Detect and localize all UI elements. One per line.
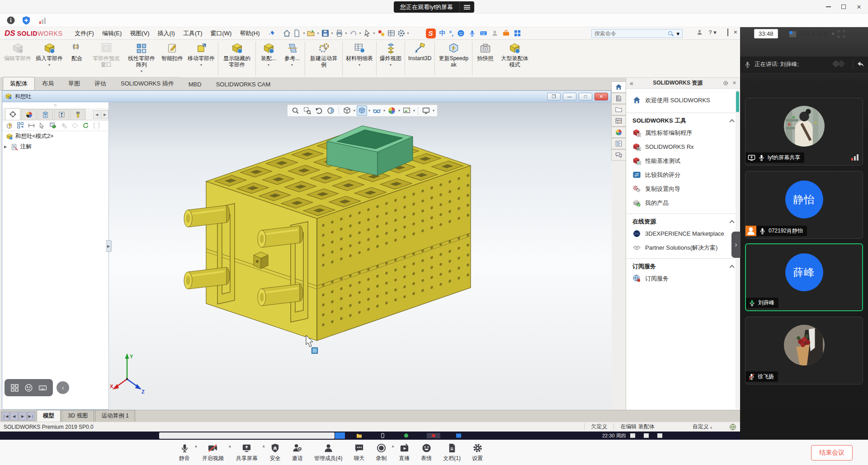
tab-file-explorer[interactable] bbox=[611, 104, 626, 115]
chat-button[interactable]: 聊天 bbox=[354, 443, 364, 462]
insert-component-button[interactable]: 插入零部件▾ bbox=[33, 40, 65, 77]
settings-button[interactable]: 设置 bbox=[472, 443, 483, 462]
sw-close-icon[interactable]: × bbox=[734, 28, 737, 36]
select-arrow-icon[interactable] bbox=[38, 122, 46, 129]
manage-members-button[interactable]: 管理成员(4) bbox=[314, 443, 343, 462]
reactions-button[interactable]: 表情 bbox=[421, 443, 432, 462]
apps-grid-icon[interactable] bbox=[514, 29, 521, 37]
keyboard-icon[interactable] bbox=[480, 29, 487, 37]
menu-help[interactable]: 帮助(H) bbox=[236, 29, 264, 38]
close-button[interactable]: ✕ bbox=[854, 2, 864, 11]
ime-collapse-icon[interactable]: ‹ bbox=[57, 381, 69, 394]
back-arrow-icon[interactable] bbox=[856, 61, 864, 68]
item-3dexperience-marketplace[interactable]: 3DEXPERIENCE Marketplace bbox=[626, 227, 740, 241]
taskbar-app-icon[interactable] bbox=[456, 433, 462, 438]
item-subscription-services[interactable]: 订阅服务 bbox=[626, 271, 740, 285]
propertymanager-tab[interactable] bbox=[38, 109, 53, 120]
large-assembly-mode-button[interactable]: 大型装配体模式 bbox=[497, 40, 532, 77]
brackets-icon[interactable] bbox=[93, 122, 100, 129]
gear-icon[interactable] bbox=[722, 80, 729, 86]
view-settings-icon[interactable] bbox=[421, 105, 431, 116]
tab-model[interactable]: 模型 bbox=[37, 410, 61, 422]
item-partner-solutions[interactable]: Partner Solutions(解决方案) bbox=[626, 241, 740, 255]
edit-appearance-icon[interactable] bbox=[387, 105, 397, 116]
participant-tile-jingyi[interactable]: 静怡 072192肖静怡 bbox=[745, 171, 863, 239]
minimize-button[interactable] bbox=[823, 2, 834, 11]
pin-icon[interactable] bbox=[268, 30, 275, 37]
tray-icon[interactable] bbox=[644, 433, 649, 438]
add-display-state-icon[interactable] bbox=[60, 122, 68, 129]
tab-forum[interactable] bbox=[611, 149, 626, 161]
refresh-icon[interactable] bbox=[82, 122, 90, 129]
instant3d-button[interactable]: Instant3D bbox=[406, 40, 434, 77]
tab-mbd[interactable]: MBD bbox=[181, 78, 209, 90]
sogou-logo-icon[interactable]: S bbox=[426, 28, 436, 38]
menu-tools[interactable]: 工具(T) bbox=[179, 29, 207, 38]
security-button[interactable]: 安全 bbox=[270, 443, 281, 462]
pin-pane-icon[interactable]: ✕ bbox=[732, 80, 736, 86]
ime-keyboard-icon[interactable] bbox=[38, 384, 47, 392]
fullscreen-icon[interactable] bbox=[837, 30, 845, 38]
hide-show-items-icon[interactable] bbox=[372, 105, 382, 116]
tab-addins[interactable]: SOLIDWORKS 插件 bbox=[113, 77, 181, 90]
tab-motion-study[interactable]: 运动算例 1 bbox=[95, 410, 135, 422]
ime-grid-icon[interactable] bbox=[10, 384, 19, 392]
featuremanager-tab[interactable] bbox=[5, 108, 20, 120]
dimension-filter-icon[interactable] bbox=[28, 122, 35, 129]
taskbar-clock[interactable]: 22:30 周四 bbox=[602, 432, 626, 439]
end-meeting-button[interactable]: 结束会议 bbox=[811, 445, 853, 460]
dimxpertmanager-tab[interactable] bbox=[70, 109, 85, 120]
tab-layout[interactable]: 布局 bbox=[35, 77, 61, 90]
assembly-features-button[interactable]: 装配...▾ bbox=[257, 40, 280, 77]
zoom-area-icon[interactable] bbox=[302, 105, 312, 116]
smart-fasteners-button[interactable]: 智能扣件 bbox=[159, 40, 185, 77]
sw-restore-icon[interactable] bbox=[727, 29, 728, 36]
menu-edit[interactable]: 编辑(E) bbox=[98, 29, 126, 38]
taskbar-wechat-icon[interactable] bbox=[403, 433, 409, 438]
previous-view-icon[interactable] bbox=[314, 105, 324, 116]
item-performance-benchmark[interactable]: 性能基准测试 bbox=[626, 154, 740, 168]
item-solidworks-rx[interactable]: SOLIDWORKS Rx bbox=[626, 140, 740, 154]
status-globe-icon[interactable] bbox=[729, 423, 736, 431]
meeting-info-icon[interactable] bbox=[6, 16, 15, 25]
taskbar-phone-icon[interactable] bbox=[380, 433, 386, 438]
welcome-item[interactable]: 欢迎使用 SOLIDWORKS bbox=[626, 89, 740, 109]
mute-options-icon[interactable]: ▲ bbox=[194, 440, 198, 448]
documents-button[interactable]: 文档(1) bbox=[443, 443, 461, 462]
exploded-view-button[interactable]: 爆炸视图▾ bbox=[377, 40, 404, 77]
menu-window[interactable]: 窗口(W) bbox=[206, 29, 236, 38]
search-icon[interactable] bbox=[668, 31, 674, 37]
item-property-tab-builder[interactable]: 属性标签编制程序 bbox=[626, 126, 740, 140]
mute-button[interactable]: 静音 bbox=[179, 443, 190, 462]
options-gear-icon[interactable] bbox=[397, 29, 406, 38]
live-button[interactable]: 直播 bbox=[399, 443, 410, 462]
record-options-icon[interactable]: ▲ bbox=[391, 440, 395, 448]
share-screen-button[interactable]: 共享屏幕 bbox=[236, 443, 258, 462]
help-icon[interactable]: ? ▾ bbox=[708, 29, 716, 36]
drag-hand-icon[interactable] bbox=[49, 122, 57, 129]
tab-sketch[interactable]: 草图 bbox=[61, 77, 87, 90]
doc-minimize-icon[interactable]: — bbox=[563, 93, 576, 100]
emoji-icon[interactable] bbox=[457, 29, 465, 37]
doc-maximize-icon[interactable]: □ bbox=[579, 93, 592, 100]
home-icon[interactable] bbox=[283, 29, 291, 38]
item-copy-settings-wizard[interactable]: 复制设置向导 bbox=[626, 182, 740, 196]
tab-nav-first-icon[interactable]: ❘◀ bbox=[1, 412, 9, 421]
menu-insert[interactable]: 插入(I) bbox=[154, 29, 179, 38]
user-icon[interactable] bbox=[491, 29, 499, 37]
undo-icon[interactable] bbox=[349, 29, 358, 38]
taskbar-folder-icon[interactable] bbox=[356, 433, 362, 438]
new-motion-study-button[interactable]: 新建运动算例 bbox=[306, 40, 341, 77]
tab-nav-prev-icon[interactable]: ◀ bbox=[10, 412, 18, 421]
tabs-scroll-right-icon[interactable]: ▶ bbox=[101, 110, 108, 119]
tray-icon[interactable] bbox=[657, 433, 662, 438]
tray-icon[interactable] bbox=[630, 433, 635, 438]
mate-button[interactable]: 配合 bbox=[65, 40, 89, 77]
tree-item-assembly[interactable]: 和想吐<模式2> bbox=[2, 131, 108, 142]
show-hidden-components-button[interactable]: 显示隐藏的零部件 bbox=[219, 40, 255, 77]
security-shield-icon[interactable] bbox=[22, 16, 31, 25]
participant-tile-xuefeng[interactable]: 薛峰 刘薛峰 bbox=[745, 243, 863, 311]
tab-sw-resources[interactable] bbox=[611, 81, 626, 93]
chinese-mode-icon[interactable]: 中 bbox=[439, 29, 446, 38]
record-button[interactable]: 录制 bbox=[376, 443, 387, 462]
